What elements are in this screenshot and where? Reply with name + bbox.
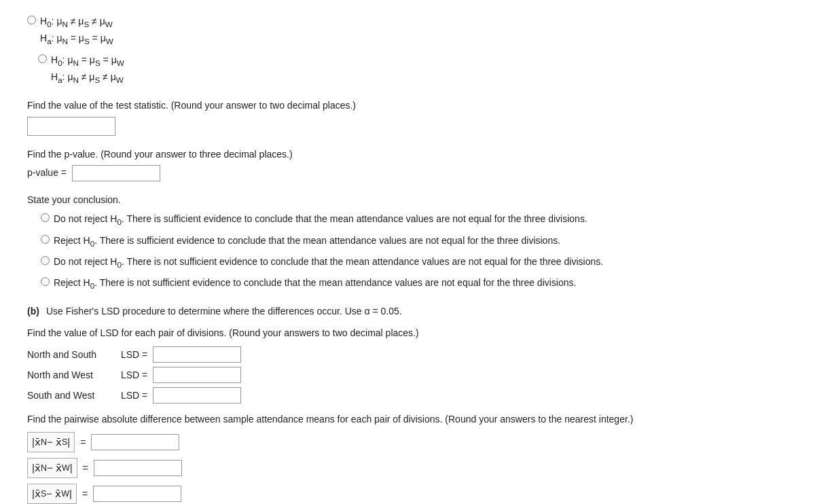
lsd-row-north-south: North and South LSD = xyxy=(27,346,788,363)
abs-diff-row-sw: |x̄S − x̄W| = xyxy=(27,484,788,504)
part-b-intro: Use Fisher's LSD procedure to determine … xyxy=(46,304,402,319)
conclusion-text-1: Do not reject H0. There is sufficient ev… xyxy=(54,211,587,228)
lsd-pair-south-west: South and West xyxy=(27,388,115,403)
lsd-pair-north-west: North and West xyxy=(27,367,115,382)
lsd-input-north-west[interactable] xyxy=(153,367,241,383)
h0-text-2: H0: μN = μS = μW xyxy=(51,52,124,69)
h0-text-1: H0: μN ≠ μS ≠ μW xyxy=(40,14,113,31)
lsd-row-north-west: North and West LSD = xyxy=(27,367,788,383)
test-stat-label: Find the value of the test statistic. (R… xyxy=(27,98,788,113)
conclusion-label: State your conclusion. xyxy=(27,192,788,207)
abs-eq-sw: = xyxy=(82,486,88,501)
lsd-eq-north-south: LSD = xyxy=(121,347,147,362)
conclusion-radio-2[interactable] xyxy=(41,235,50,244)
abs-diff-row-nw: |x̄N − x̄W| = xyxy=(27,458,788,478)
conclusion-option-3[interactable]: Do not reject H0. There is not sufficien… xyxy=(41,254,788,271)
lsd-instructions: Find the value of LSD for each pair of d… xyxy=(27,325,788,340)
conclusion-radio-3[interactable] xyxy=(41,256,50,265)
lsd-eq-north-west: LSD = xyxy=(121,367,147,382)
abs-eq-ns: = xyxy=(80,435,86,450)
part-b-label: (b) xyxy=(27,304,39,319)
abs-symbol-sw: |x̄S − x̄W| xyxy=(27,484,77,504)
abs-input-nw[interactable] xyxy=(94,460,182,476)
abs-input-ns[interactable] xyxy=(91,434,179,450)
conclusion-radio-1[interactable] xyxy=(41,213,50,222)
hypothesis-option-2[interactable]: H0: μN = μS = μW Ha: μN ≠ μS ≠ μW xyxy=(38,52,788,87)
conclusion-text-2: Reject H0. There is sufficient evidence … xyxy=(54,233,560,250)
lsd-pair-north-south: North and South xyxy=(27,347,115,362)
lsd-input-north-south[interactable] xyxy=(153,346,241,363)
abs-symbol-nw: |x̄N − x̄W| xyxy=(27,458,77,478)
conclusion-text-4: Reject H0. There is not sufficient evide… xyxy=(54,275,576,292)
test-stat-input[interactable] xyxy=(27,117,115,136)
conclusion-option-1[interactable]: Do not reject H0. There is sufficient ev… xyxy=(41,211,788,228)
ha-text-2: Ha: μN ≠ μS ≠ μW xyxy=(51,69,124,86)
ha-text-1: Ha: μN = μS = μW xyxy=(40,31,113,48)
lsd-row-south-west: South and West LSD = xyxy=(27,387,788,403)
abs-diff-instructions: Find the pairwise absolute difference be… xyxy=(27,412,788,427)
p-value-input[interactable] xyxy=(72,165,160,181)
conclusion-option-2[interactable]: Reject H0. There is sufficient evidence … xyxy=(41,233,788,250)
conclusion-radio-4[interactable] xyxy=(41,277,50,286)
hypothesis-radio-1[interactable] xyxy=(27,16,36,24)
abs-diff-row-ns: |x̄N − x̄S| = xyxy=(27,432,788,452)
abs-input-sw[interactable] xyxy=(93,486,181,502)
hypothesis-radio-2[interactable] xyxy=(38,54,47,63)
lsd-eq-south-west: LSD = xyxy=(121,388,147,403)
conclusion-option-4[interactable]: Reject H0. There is not sufficient evide… xyxy=(41,275,788,292)
conclusion-text-3: Do not reject H0. There is not sufficien… xyxy=(54,254,603,271)
lsd-input-south-west[interactable] xyxy=(153,387,241,403)
hypothesis-option-1[interactable]: H0: μN ≠ μS ≠ μW Ha: μN = μS = μW xyxy=(27,14,788,48)
abs-symbol-ns: |x̄N − x̄S| xyxy=(27,432,75,452)
p-value-prefix: p-value = xyxy=(27,165,67,180)
lsd-section: Find the value of LSD for each pair of d… xyxy=(27,325,788,504)
abs-eq-nw: = xyxy=(83,461,88,475)
p-value-label: Find the p-value. (Round your answer to … xyxy=(27,147,788,162)
